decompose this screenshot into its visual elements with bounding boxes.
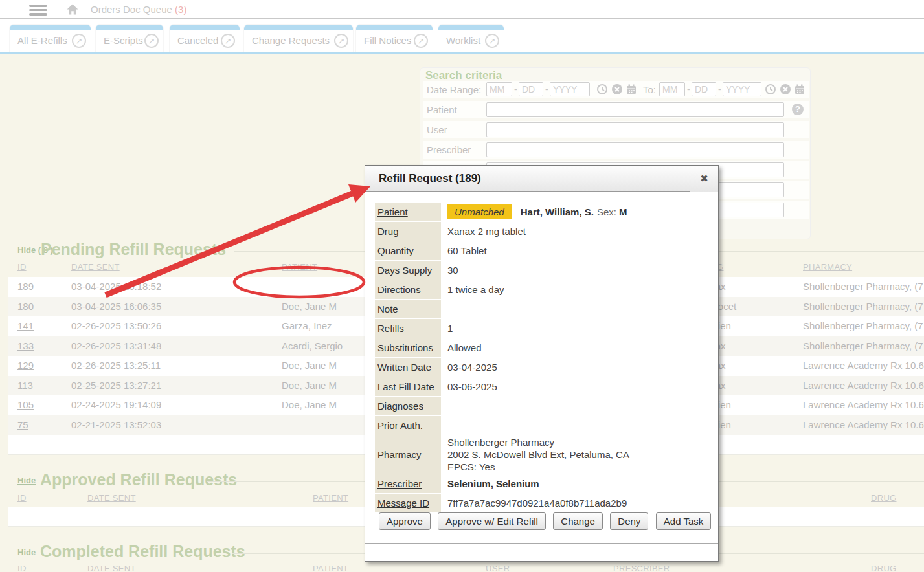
- open-tab-arrow-icon[interactable]: ↗: [72, 34, 86, 48]
- tab-all-e-refills[interactable]: All E-Refills ↗: [10, 25, 91, 52]
- tab-worklist[interactable]: Worklist ↗: [438, 25, 504, 52]
- col-header-id[interactable]: ID: [17, 262, 27, 272]
- date-sent-cell: 03-04-2025 16:06:35: [71, 297, 161, 317]
- prescriber-label: Prescriber: [427, 141, 471, 159]
- col-header-patient[interactable]: PATIENT: [313, 564, 348, 572]
- tab-label: Canceled: [177, 30, 218, 52]
- open-tab-arrow-icon[interactable]: ↗: [334, 34, 348, 48]
- refill-id-link[interactable]: 133: [17, 336, 34, 357]
- refill-id-link[interactable]: 75: [17, 415, 28, 435]
- change-button[interactable]: Change: [553, 512, 603, 530]
- directions-label: Directions: [375, 280, 441, 299]
- col-header-id[interactable]: ID: [17, 564, 27, 572]
- tab-accent-strip: [244, 25, 353, 30]
- prescriber-link[interactable]: Prescriber: [375, 474, 441, 493]
- last-fill-date-label: Last Fill Date: [375, 377, 441, 396]
- help-icon[interactable]: ?: [792, 104, 804, 115]
- to-day-input[interactable]: [692, 82, 716, 96]
- col-header-date-sent[interactable]: DATE SENT: [87, 493, 136, 503]
- refill-id-link[interactable]: 129: [17, 356, 34, 376]
- pharmacy-row: Pharmacy Shollenberger Pharmacy 2002 S. …: [375, 435, 710, 474]
- col-header-prescriber[interactable]: PRESCRIBER: [613, 564, 670, 572]
- open-tab-arrow-icon[interactable]: ↗: [485, 34, 499, 48]
- to-year-input[interactable]: [723, 82, 761, 96]
- pharmacy-name: Shollenberger Pharmacy: [447, 436, 554, 448]
- approved-hide-link[interactable]: Hide: [17, 476, 36, 485]
- open-tab-arrow-icon[interactable]: ↗: [144, 34, 159, 48]
- refill-id-link[interactable]: 189: [17, 277, 34, 297]
- written-date-value: 03-04-2025: [447, 358, 497, 377]
- date-separator: -: [514, 81, 517, 98]
- from-year-input[interactable]: [550, 82, 590, 96]
- nav-doc-queue-link[interactable]: Doc Queue (3): [123, 0, 186, 19]
- open-tab-arrow-icon[interactable]: ↗: [414, 34, 428, 48]
- refill-id-link[interactable]: 113: [17, 376, 33, 396]
- col-header-patient[interactable]: PATIENT: [313, 493, 348, 503]
- from-month-input[interactable]: [486, 82, 512, 96]
- days-supply-value: 30: [447, 261, 458, 280]
- tab-change-requests[interactable]: Change Requests ↗: [244, 25, 353, 52]
- approve-button[interactable]: Approve: [379, 512, 431, 530]
- date-separator: -: [545, 81, 548, 98]
- refills-row: Refills 1: [375, 319, 710, 338]
- doc-queue-label: Doc Queue: [123, 4, 172, 15]
- pharmacy-link[interactable]: Pharmacy: [375, 435, 441, 474]
- from-date-clear-icon[interactable]: [611, 83, 623, 95]
- pending-section-title: Pending Refill Requests: [41, 240, 226, 259]
- nav-orders-link[interactable]: Orders: [91, 0, 120, 19]
- from-day-input[interactable]: [519, 82, 543, 96]
- date-sent-cell: 02-21-2025 13:52:03: [71, 415, 161, 435]
- message-id-link[interactable]: Message ID: [375, 494, 441, 512]
- open-tab-arrow-icon[interactable]: ↗: [221, 34, 235, 48]
- prescriber-search-input[interactable]: [486, 142, 784, 157]
- completed-hide-link[interactable]: Hide: [17, 547, 36, 557]
- hamburger-menu-icon[interactable]: [29, 5, 47, 15]
- add-task-button[interactable]: Add Task: [656, 512, 711, 530]
- col-header-date-sent[interactable]: DATE SENT: [71, 262, 120, 272]
- deny-button[interactable]: Deny: [610, 512, 648, 530]
- patient-search-input[interactable]: [486, 102, 784, 117]
- patient-cell: Doe, Jane M: [282, 356, 337, 376]
- legend-rule: [519, 76, 806, 76]
- col-header-date-sent[interactable]: DATE SENT: [87, 564, 136, 572]
- pharmacy-cell: Lawrence Academy Rx 10.6: [803, 395, 924, 415]
- patient-cell: Doe, Jane M: [282, 297, 337, 317]
- dialog-title: Refill Request (189): [379, 166, 481, 192]
- col-header-drug[interactable]: DRUG: [871, 564, 896, 572]
- patient-link[interactable]: Patient: [375, 203, 441, 221]
- pharmacy-cell: Shollenberger Pharmacy, (7: [803, 297, 923, 317]
- patient-row: Patient Unmatched Hart, William, S. Sex:…: [375, 203, 710, 221]
- refill-id-link[interactable]: 105: [17, 395, 34, 415]
- last-fill-date-row: Last Fill Date 03-06-2025: [375, 377, 710, 396]
- prior-auth-row: Prior Auth.: [375, 416, 710, 435]
- unmatched-badge: Unmatched: [447, 204, 512, 219]
- col-header-drug[interactable]: DRUG: [871, 493, 896, 503]
- col-header-patient[interactable]: PATIENT: [282, 262, 317, 272]
- from-time-clock-icon[interactable]: [596, 83, 608, 95]
- from-calendar-icon[interactable]: [625, 83, 637, 95]
- col-header-id[interactable]: ID: [17, 493, 27, 503]
- to-calendar-icon[interactable]: [794, 83, 806, 95]
- home-icon[interactable]: [65, 3, 80, 18]
- to-month-input[interactable]: [659, 82, 685, 96]
- dialog-header[interactable]: Refill Request (189) ✖: [365, 166, 718, 192]
- approve-edit-refill-button[interactable]: Approve w/ Edit Refill: [438, 512, 546, 530]
- tab-e-scripts[interactable]: E-Scripts ↗: [96, 25, 163, 52]
- tab-fill-notices[interactable]: Fill Notices ↗: [356, 25, 433, 52]
- to-date-clear-icon[interactable]: [780, 83, 791, 95]
- patient-cell: Doe, Jane M: [282, 376, 337, 396]
- tab-canceled[interactable]: Canceled ↗: [170, 25, 240, 52]
- to-time-clock-icon[interactable]: [765, 83, 776, 95]
- close-icon[interactable]: ✖: [690, 166, 718, 192]
- drug-link[interactable]: Drug: [375, 222, 441, 241]
- col-header-user[interactable]: USER: [486, 564, 510, 572]
- user-search-input[interactable]: [486, 122, 784, 137]
- refill-id-link[interactable]: 180: [17, 297, 34, 317]
- diagnoses-label: Diagnoses: [375, 397, 441, 415]
- approved-section-title: Approved Refill Requests: [40, 470, 237, 489]
- date-sent-cell: 02-26-2025 13:31:48: [71, 336, 161, 357]
- refill-id-link[interactable]: 141: [17, 316, 34, 336]
- search-criteria-title: Search criteria: [425, 69, 502, 82]
- drug-value: Xanax 2 mg tablet: [447, 222, 526, 241]
- col-header-pharmacy[interactable]: PHARMACY: [803, 262, 852, 272]
